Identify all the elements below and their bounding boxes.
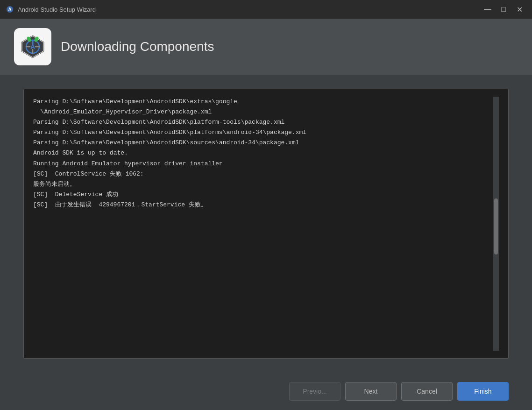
finish-button[interactable]: Finish bbox=[457, 382, 509, 401]
title-bar: A Android Studio Setup Wizard — □ ✕ bbox=[0, 0, 532, 19]
previous-button[interactable]: Previo... bbox=[289, 382, 340, 401]
svg-text:A: A bbox=[8, 7, 11, 12]
console-line: Parsing D:\Software\Development\AndroidS… bbox=[33, 117, 491, 127]
console-output-area[interactable]: Parsing D:\Software\Development\AndroidS… bbox=[23, 89, 509, 359]
title-bar-left: A Android Studio Setup Wizard bbox=[6, 5, 96, 14]
android-studio-icon: A bbox=[6, 5, 14, 14]
console-line: Running Android Emulator hypervisor driv… bbox=[33, 159, 491, 169]
close-button[interactable]: ✕ bbox=[512, 2, 526, 16]
console-line: Parsing D:\Software\Development\AndroidS… bbox=[33, 97, 491, 107]
console-line: [SC] ControlService 失败 1062: bbox=[33, 169, 491, 179]
console-line: \Android_Emulator_Hypervisor_Driver\pack… bbox=[33, 107, 491, 117]
android-studio-logo: A bbox=[14, 28, 51, 65]
main-content: Parsing D:\Software\Development\AndroidS… bbox=[0, 75, 532, 373]
header-area: A Downloading Components bbox=[0, 19, 532, 75]
console-line: Android SDK is up to date. bbox=[33, 148, 491, 158]
svg-text:A: A bbox=[30, 43, 35, 50]
console-line: [SC] 由于发生错误 4294967201，StartService 失败。 bbox=[33, 200, 491, 210]
console-text: Parsing D:\Software\Development\AndroidS… bbox=[33, 97, 491, 351]
cancel-button[interactable]: Cancel bbox=[401, 382, 453, 401]
console-line: 服务尚未启动。 bbox=[33, 179, 491, 190]
title-bar-title: Android Studio Setup Wizard bbox=[18, 6, 96, 13]
console-line: Parsing D:\Software\Development\AndroidS… bbox=[33, 127, 491, 138]
page-title: Downloading Components bbox=[61, 39, 214, 54]
title-bar-controls: — □ ✕ bbox=[481, 2, 526, 16]
console-scrollbar-thumb[interactable] bbox=[494, 198, 498, 254]
minimize-button[interactable]: — bbox=[481, 2, 495, 16]
console-line: [SC] DeleteService 成功 bbox=[33, 190, 491, 200]
footer: Previo... Next Cancel Finish bbox=[0, 373, 532, 410]
next-button[interactable]: Next bbox=[345, 382, 397, 401]
maximize-button[interactable]: □ bbox=[497, 2, 511, 16]
console-line: Parsing D:\Software\Development\AndroidS… bbox=[33, 138, 491, 148]
console-scrollbar[interactable] bbox=[493, 97, 499, 351]
